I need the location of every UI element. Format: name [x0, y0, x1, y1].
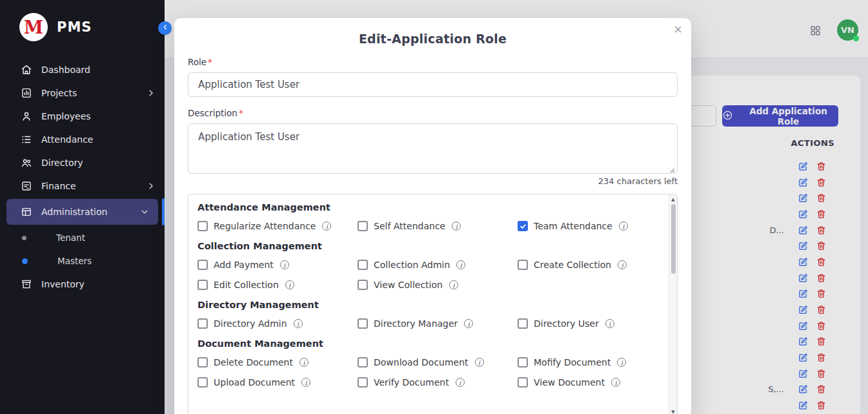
role-input[interactable]	[188, 72, 678, 97]
sidebar-item-finance[interactable]: Finance	[0, 174, 165, 198]
permission-item-verify-document: Verify Documenti	[358, 377, 518, 388]
permission-item-self-attendance: Self Attendancei	[358, 220, 518, 232]
sidebar-subitem-label: Masters	[57, 256, 92, 266]
permission-section-title: Attendance Management	[197, 202, 669, 212]
permission-section-title: Document Management	[197, 338, 669, 349]
checkbox-unchecked[interactable]	[358, 377, 368, 388]
scroll-up-icon[interactable]: ▲	[671, 196, 674, 203]
checkbox-unchecked[interactable]	[197, 260, 208, 270]
permission-item-regularize-attendance: Regularize Attendancei	[197, 220, 358, 232]
permission-item-directory-admin: Directory Admini	[197, 318, 358, 329]
info-icon[interactable]: i	[280, 260, 289, 269]
gray-dot-icon	[22, 236, 26, 240]
info-icon[interactable]: i	[611, 378, 620, 387]
permission-label: Mofify Document	[534, 357, 611, 367]
permission-item-team-attendance: Team Attendancei	[518, 220, 669, 232]
info-icon[interactable]: i	[456, 260, 465, 269]
info-icon[interactable]: i	[322, 222, 331, 231]
checkbox-unchecked[interactable]	[358, 357, 368, 367]
sidebar-item-employees[interactable]: Employees	[0, 105, 165, 128]
sidebar-item-inventory[interactable]: Inventory	[0, 273, 165, 296]
checkbox-unchecked[interactable]	[518, 377, 528, 388]
permission-label: Verify Document	[374, 377, 449, 388]
logo-icon: M	[19, 13, 48, 41]
sidebar-subitem-label: Tenant	[56, 233, 85, 243]
permission-item-download-document: Download Documenti	[358, 357, 518, 368]
permission-label: Collection Admin	[374, 260, 450, 270]
administration-icon	[21, 206, 32, 218]
info-icon[interactable]: i	[619, 222, 628, 231]
info-icon[interactable]: i	[464, 319, 473, 328]
info-icon[interactable]: i	[456, 378, 465, 387]
sidebar-collapse-button[interactable]	[158, 21, 172, 35]
permission-label: Team Attendance	[534, 221, 612, 231]
checkbox-unchecked[interactable]	[197, 280, 208, 290]
info-icon[interactable]: i	[605, 319, 614, 328]
permission-grid: Directory AdminiDirectory ManageriDirect…	[197, 318, 669, 329]
info-icon[interactable]: i	[294, 319, 303, 328]
checkbox-checked[interactable]	[518, 221, 528, 231]
role-label: Role*	[188, 57, 678, 67]
scroll-down-icon[interactable]: ▼	[671, 409, 674, 414]
sidebar-item-directory[interactable]: Directory	[0, 151, 165, 174]
permission-label: Edit Collection	[214, 280, 279, 290]
sidebar-item-administration[interactable]: Administration	[6, 199, 158, 225]
required-asterisk: *	[208, 57, 212, 67]
permission-label: Download Document	[374, 357, 469, 367]
sidebar-item-dashboard[interactable]: Dashboard	[0, 58, 165, 81]
info-icon[interactable]: i	[452, 222, 461, 231]
sidebar-item-label: Inventory	[41, 279, 156, 289]
scrollbar[interactable]: ▲ ▼	[669, 194, 677, 414]
checkbox-unchecked[interactable]	[197, 357, 208, 367]
checkbox-unchecked[interactable]	[518, 357, 528, 367]
checkbox-unchecked[interactable]	[358, 318, 368, 329]
checkbox-unchecked[interactable]	[197, 318, 208, 329]
checkbox-unchecked[interactable]	[518, 318, 528, 329]
permission-item-view-collection: View Collectioni	[358, 279, 518, 291]
projects-icon	[21, 87, 32, 99]
checkbox-unchecked[interactable]	[197, 377, 208, 388]
permission-item-create-collection: Create Collectioni	[518, 259, 669, 271]
permission-label: Directory Manager	[374, 318, 458, 329]
close-icon[interactable]: ×	[674, 23, 682, 37]
permission-item-view-document: View Documenti	[518, 377, 669, 388]
permission-label: Directory Admin	[214, 318, 287, 329]
chevron-left-icon	[161, 23, 169, 33]
role-field: Role*	[188, 57, 678, 97]
info-icon[interactable]: i	[285, 280, 294, 289]
sidebar: M PMS DashboardProjectsEmployeesAttendan…	[0, 0, 165, 414]
info-icon[interactable]: i	[299, 358, 308, 367]
checkbox-unchecked[interactable]	[358, 221, 368, 231]
info-icon[interactable]: i	[617, 358, 626, 367]
permission-item-add-payment: Add Paymenti	[197, 259, 358, 271]
permission-section-title: Collection Management	[197, 241, 669, 251]
permission-label: Add Payment	[214, 260, 274, 270]
info-icon[interactable]: i	[618, 260, 627, 269]
inventory-icon	[21, 278, 32, 290]
info-icon[interactable]: i	[449, 280, 458, 289]
description-label: Description*	[188, 108, 678, 118]
info-icon[interactable]: i	[475, 358, 484, 367]
sidebar-item-attendance[interactable]: Attendance	[0, 128, 165, 151]
logo: M PMS	[0, 0, 165, 52]
checkbox-unchecked[interactable]	[358, 280, 368, 290]
checkbox-unchecked[interactable]	[197, 221, 208, 231]
sidebar-subitem-tenant[interactable]: Tenant	[0, 226, 165, 249]
permission-label: Regularize Attendance	[214, 221, 316, 231]
checkbox-unchecked[interactable]	[358, 260, 368, 270]
permission-label: Self Attendance	[374, 221, 445, 231]
resize-handle-icon[interactable]	[669, 163, 675, 170]
permission-item-delete-document: Delete Documenti	[197, 357, 358, 368]
description-textarea[interactable]: Application Test User	[188, 123, 678, 174]
permission-item-mofify-document: Mofify Documenti	[518, 357, 669, 368]
finance-icon	[21, 180, 32, 192]
info-icon[interactable]: i	[301, 378, 310, 387]
sidebar-item-projects[interactable]: Projects	[0, 81, 165, 105]
permission-item-directory-user: Directory Useri	[518, 318, 669, 329]
sidebar-subitem-masters[interactable]: Masters	[0, 249, 165, 273]
scrollbar-thumb[interactable]	[671, 204, 676, 274]
checkbox-unchecked[interactable]	[518, 260, 528, 270]
sidebar-item-label: Employees	[41, 111, 156, 121]
modal-body: Role* Description* Application Test User…	[174, 57, 691, 414]
sidebar-item-label: Projects	[41, 88, 137, 98]
